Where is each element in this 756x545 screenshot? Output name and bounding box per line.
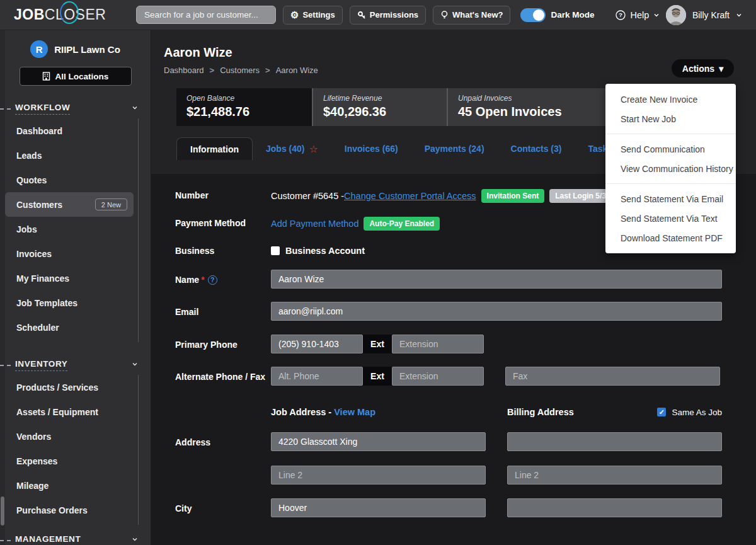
tab-payments[interactable]: Payments (24) [411,137,498,160]
question-circle-icon: ? [616,10,626,20]
sidebar-item-dashboard[interactable]: Dashboard [5,118,134,143]
sidebar-item-label: Products / Services [16,382,98,393]
job-address-field[interactable] [271,432,486,451]
user-name: Billy Kraft [692,10,730,20]
menu-item-download-statement-pdf[interactable]: Download Statement PDF [605,228,736,248]
billing-address-header: Billing Address ✓ Same As Job [507,407,722,417]
sidebar-item-assets-equipment[interactable]: Assets / Equipment [5,399,134,424]
permissions-button[interactable]: Permissions [350,6,426,25]
fax-field[interactable] [505,367,720,386]
sidebar-item-label: My Finances [16,273,69,284]
sidebar-item-label: Dashboard [16,126,62,136]
job-line2-field[interactable] [271,466,486,485]
menu-item-send-communication[interactable]: Send Communication [605,139,736,159]
field-label: City [175,498,271,517]
sidebar-item-quotes[interactable]: Quotes [5,168,134,192]
job-city-field[interactable] [271,498,486,517]
autopay-enabled-badge: Auto-Pay Enabled [364,217,440,231]
help-menu[interactable]: ? Help [616,10,660,20]
email-field[interactable] [271,302,722,321]
alt-extension-field[interactable] [392,367,484,386]
chevron-down-icon[interactable] [132,105,138,111]
caret-down-icon: ▾ [719,64,723,74]
actions-button[interactable]: Actions ▾ [672,59,734,77]
sidebar-section-workflow[interactable]: WORKFLOW [0,102,151,115]
help-tooltip-icon[interactable]: ? [208,275,217,285]
whats-new-button[interactable]: What's New? [433,6,510,25]
name-field[interactable] [271,270,722,289]
add-payment-method-link[interactable]: Add Payment Method [271,219,358,229]
alt-phone-field[interactable] [271,367,363,386]
sidebar-item-expenses[interactable]: Expenses [5,449,134,473]
primary-extension-field[interactable] [392,335,484,353]
tab-invoices[interactable]: Invoices (66) [331,137,411,160]
user-photo-icon [666,5,686,25]
menu-item-view-communication-history[interactable]: View Communication History [605,159,736,178]
actions-label: Actions [682,64,714,74]
sidebar-item-label: Jobs [16,224,37,234]
sidebar-item-leads[interactable]: Leads [5,143,134,168]
tab-label: Information [190,144,239,154]
breadcrumb-current: Aaron Wize [276,66,318,75]
all-locations-button[interactable]: All Locations [20,67,132,86]
sidebar-item-purchase-orders[interactable]: Purchase Orders [5,498,134,522]
primary-phone-field[interactable] [271,335,363,353]
dark-mode-control: Dark Mode [520,8,594,22]
dark-mode-toggle[interactable] [520,8,546,22]
chevron-down-icon[interactable] [132,361,138,367]
breadcrumb-separator: > [265,66,270,75]
change-portal-access-link[interactable]: Change Customer Portal Access [344,191,476,201]
required-asterisk: * [201,275,204,285]
sidebar-item-label: Mileage [16,481,49,491]
sidebar-section-inventory[interactable]: INVENTORY [0,359,151,371]
sidebar-item-label: Scheduler [16,323,59,333]
lightbulb-icon [440,11,449,20]
same-as-job-checkbox[interactable]: ✓ [657,408,666,416]
tab-label: Payments (24) [425,144,484,154]
sidebar-item-invoices[interactable]: Invoices [5,241,134,266]
section-dash-decoration [0,540,11,541]
billing-city-field[interactable] [507,498,722,517]
ext-label: Ext [363,367,392,386]
sidebar-item-jobs[interactable]: Jobs [5,217,134,241]
sidebar-scrollbar-thumb[interactable] [1,496,4,525]
sidebar-item-products-services[interactable]: Products / Services [5,375,134,399]
chevron-down-icon [653,12,660,18]
tab-contacts[interactable]: Contacts (3) [498,137,575,160]
section-label: INVENTORY [15,359,67,371]
page-title: Aaron Wize [164,45,743,60]
user-menu[interactable]: Billy Kraft [666,5,742,25]
sidebar-item-label: Assets / Equipment [16,407,98,417]
sidebar-item-mileage[interactable]: Mileage [5,473,134,498]
sidebar-section-management[interactable]: MANAGEMENT [0,534,151,545]
ext-label: Ext [363,335,392,353]
billing-address-field[interactable] [507,432,722,451]
all-locations-label: All Locations [55,72,109,81]
sidebar-item-job-templates[interactable]: Job Templates [5,290,134,315]
tab-information[interactable]: Information [176,137,253,160]
breadcrumb-customers[interactable]: Customers [220,66,260,75]
tab-jobs[interactable]: Jobs (40)☆ [253,137,331,160]
breadcrumb-dashboard[interactable]: Dashboard [164,66,204,75]
menu-item-send-statement-email[interactable]: Send Statement Via Email [605,189,736,209]
settings-button[interactable]: ⚙ Settings [283,6,343,25]
stat-value: $40,296.36 [323,105,437,119]
menu-item-create-new-invoice[interactable]: Create New Invoice [605,89,736,109]
invitation-sent-badge: Invitation Sent [481,189,545,203]
billing-line2-field[interactable] [507,466,722,485]
favorite-star-icon[interactable]: ☆ [309,143,318,155]
view-map-link[interactable]: View Map [334,407,375,417]
sidebar-item-vendors[interactable]: Vendors [5,424,134,449]
sidebar-item-customers[interactable]: Customers 2 New [5,192,134,217]
business-account-checkbox[interactable] [271,246,280,255]
chevron-down-icon[interactable] [132,536,138,542]
sidebar-item-my-finances[interactable]: My Finances [5,266,134,290]
logo-text-thin-b: SER [76,6,106,23]
menu-item-send-statement-text[interactable]: Send Statement Via Text [605,209,736,228]
stat-value: $21,488.76 [186,105,302,119]
search-input[interactable] [136,6,276,24]
sidebar-item-scheduler[interactable]: Scheduler [5,315,134,340]
field-label: Business [175,244,271,257]
menu-item-start-new-job[interactable]: Start New Job [605,109,736,129]
menu-divider [605,183,736,184]
